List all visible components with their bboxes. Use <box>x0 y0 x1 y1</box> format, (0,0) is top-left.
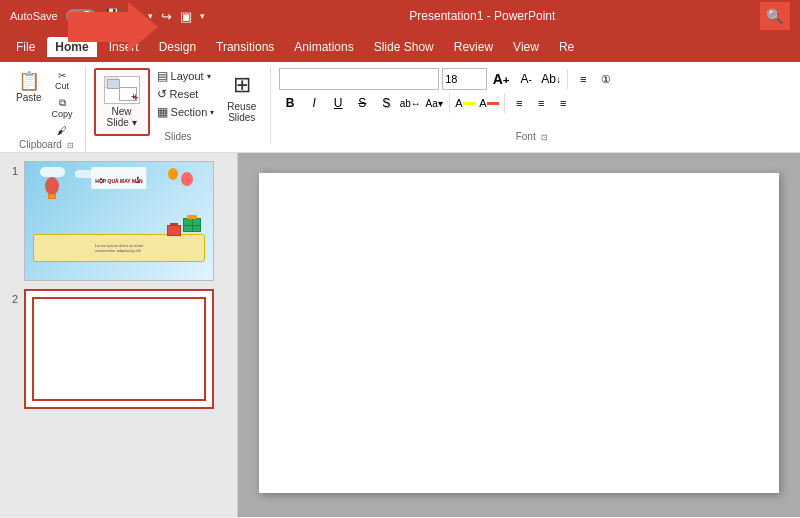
ribbon: 📋 Paste ✂ Cut ⧉ Copy 🖌 Clipboard ⊡ <box>0 62 800 153</box>
slide1-background: HỘP QUÀ MAY MẮN Lorem ipsum dolor sit am… <box>25 162 213 280</box>
slide1-title: HỘP QUÀ MAY MẮN <box>91 167 146 189</box>
reset-icon: ↺ <box>157 87 167 101</box>
copy-icon: ⧉ <box>59 97 66 109</box>
section-dropdown-icon: ▾ <box>210 108 214 117</box>
new-slide-icon: + <box>104 76 140 104</box>
slide-thumbnail-1[interactable]: 1 HỘP QUÀ MAY MẮN <box>4 161 233 281</box>
italic-button[interactable]: I <box>303 92 325 114</box>
font-color-icon: A <box>479 97 486 109</box>
gift-box <box>183 218 201 232</box>
reset-button[interactable]: ↺ Reset <box>154 86 218 102</box>
font-row-1: A+ A- Ab↓ ≡ ① <box>279 68 616 90</box>
menu-item-animations[interactable]: Animations <box>286 37 361 57</box>
ribbon-group-slides: + New Slide ▾ ▤ Layout ▾ ↺ Reset ▦ Secti… <box>86 66 272 144</box>
reuse-slides-button[interactable]: ⊞ Reuse Slides <box>221 68 262 127</box>
svg-marker-0 <box>68 2 158 52</box>
autosave-label: AutoSave <box>10 10 58 22</box>
bullets-button[interactable]: ≡ <box>573 69 593 89</box>
red-arrow <box>68 2 158 52</box>
slide-thumbnail-2[interactable]: 2 <box>4 289 233 409</box>
paste-label: Paste <box>16 92 42 103</box>
font-family-input[interactable] <box>279 68 439 90</box>
highlight-icon: A <box>455 97 462 109</box>
layout-icon: ▤ <box>157 69 168 83</box>
cut-icon: ✂ <box>58 70 66 81</box>
align-left-button[interactable]: ≡ <box>509 93 529 113</box>
paste-icon: 📋 <box>18 70 40 92</box>
font-color-button[interactable]: A <box>478 92 500 114</box>
banner-text: Lorem ipsum dolor sit ametconsectetur ad… <box>93 241 145 255</box>
font-dialog-launcher[interactable]: ⊡ <box>541 133 548 142</box>
bold-button[interactable]: B <box>279 92 301 114</box>
menu-item-view[interactable]: View <box>505 37 547 57</box>
align-center-button[interactable]: ≡ <box>531 93 551 113</box>
reuse-slides-wrap: ⊞ Reuse Slides <box>221 68 262 127</box>
main-area: 1 HỘP QUÀ MAY MẮN <box>0 153 800 517</box>
present-icon[interactable]: ▣ <box>180 9 192 24</box>
clipboard-dialog-launcher[interactable]: ⊡ <box>67 141 74 150</box>
window-title: Presentation1 - PowerPoint <box>409 9 555 23</box>
menu-item-file[interactable]: File <box>8 37 43 57</box>
cut-button[interactable]: ✂ Cut <box>48 68 77 93</box>
menu-item-slideshow[interactable]: Slide Show <box>366 37 442 57</box>
highlight-color-button[interactable]: A <box>454 92 476 114</box>
gift-box-2 <box>167 225 181 236</box>
menu-item-design[interactable]: Design <box>151 37 204 57</box>
font-label: Font ⊡ <box>271 131 792 142</box>
search-button[interactable]: 🔍 <box>760 2 790 30</box>
new-slide-button[interactable]: + New Slide ▾ <box>94 68 150 136</box>
layout-dropdown-icon: ▾ <box>207 72 211 81</box>
slide-2-thumb[interactable] <box>24 289 214 409</box>
hot-air-balloon <box>45 177 59 195</box>
align-right-button[interactable]: ≡ <box>553 93 573 113</box>
slide-canvas[interactable] <box>259 173 779 493</box>
menu-item-review[interactable]: Review <box>446 37 501 57</box>
new-slide-label: New Slide ▾ <box>107 106 137 128</box>
menu-item-more[interactable]: Re <box>551 37 582 57</box>
ribbon-group-font: A+ A- Ab↓ ≡ ① B I U S S ab↔ Aa▾ A <box>271 66 792 144</box>
title-bar-right: 🔍 <box>760 2 790 30</box>
reuse-slides-icon: ⊞ <box>233 72 251 98</box>
clear-formatting-button[interactable]: Ab↓ <box>540 68 562 90</box>
slide2-content <box>26 291 212 407</box>
increase-font-size-button[interactable]: A+ <box>490 68 512 90</box>
balloon-2 <box>168 168 178 180</box>
slide-panel[interactable]: 1 HỘP QUÀ MAY MẮN <box>0 153 238 517</box>
change-case-button[interactable]: Aa▾ <box>423 92 445 114</box>
font-content: A+ A- Ab↓ ≡ ① B I U S S ab↔ Aa▾ A <box>279 68 616 130</box>
font-row-2: B I U S S ab↔ Aa▾ A A ≡ ≡ ≡ <box>279 92 616 114</box>
cut-label: Cut <box>55 81 69 91</box>
quick-access-input[interactable]: ▾ <box>200 11 205 21</box>
section-button[interactable]: ▦ Section ▾ <box>154 104 218 120</box>
menu-item-transitions[interactable]: Transitions <box>208 37 282 57</box>
slide-1-thumb[interactable]: HỘP QUÀ MAY MẮN Lorem ipsum dolor sit am… <box>24 161 214 281</box>
font-size-input[interactable] <box>442 68 487 90</box>
underline-button[interactable]: U <box>327 92 349 114</box>
balloon-1 <box>181 172 193 186</box>
strikethrough-button[interactable]: S <box>351 92 373 114</box>
slide-2-number: 2 <box>4 293 18 305</box>
format-painter-button[interactable]: 🖌 <box>48 123 77 138</box>
canvas-area[interactable] <box>238 153 800 517</box>
shadow-button[interactable]: S <box>375 92 397 114</box>
copy-label: Copy <box>52 109 73 119</box>
paste-button[interactable]: 📋 Paste <box>12 68 46 105</box>
copy-button[interactable]: ⧉ Copy <box>48 95 77 121</box>
slide-options: ▤ Layout ▾ ↺ Reset ▦ Section ▾ <box>154 68 218 120</box>
redo-icon[interactable]: ↪ <box>161 9 172 24</box>
numbering-button[interactable]: ① <box>596 69 616 89</box>
slide2-border <box>32 297 206 401</box>
ribbon-group-clipboard: 📋 Paste ✂ Cut ⧉ Copy 🖌 Clipboard ⊡ <box>8 66 86 152</box>
balloon-basket <box>48 194 56 199</box>
scroll-banner: Lorem ipsum dolor sit ametconsectetur ad… <box>33 234 205 262</box>
section-icon: ▦ <box>157 105 168 119</box>
decrease-font-size-button[interactable]: A- <box>515 68 537 90</box>
format-painter-icon: 🖌 <box>57 125 67 136</box>
slide-1-number: 1 <box>4 165 18 177</box>
slides-content: + New Slide ▾ ▤ Layout ▾ ↺ Reset ▦ Secti… <box>94 68 263 136</box>
spacing-button[interactable]: ab↔ <box>399 92 421 114</box>
cloud-1 <box>40 167 65 177</box>
layout-button[interactable]: ▤ Layout ▾ <box>154 68 218 84</box>
slides-label: Slides <box>86 131 271 142</box>
clipboard-label: Clipboard ⊡ <box>8 139 85 150</box>
